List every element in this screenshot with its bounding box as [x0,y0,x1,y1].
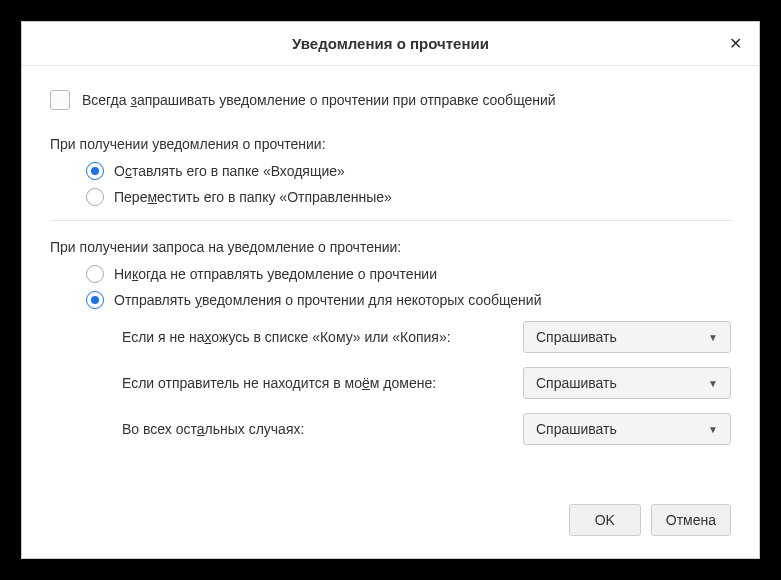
dialog: Уведомления о прочтении ✕ Всегда запраши… [21,21,760,559]
chevron-down-icon: ▼ [708,332,718,343]
chevron-down-icon: ▼ [708,378,718,389]
radio-never-send-label[interactable]: Никогда не отправлять уведомление о проч… [114,266,437,282]
dropdown-not-in-to-cc[interactable]: Спрашивать ▼ [523,321,731,353]
radio-leave-inbox[interactable] [86,162,104,180]
always-request-checkbox[interactable] [50,90,70,110]
radio-row-move-sent: Переместить его в папку «Отправленные» [86,188,731,206]
sub-row-not-in-to-cc: Если я не нахожусь в списке «Кому» или «… [122,321,731,353]
section-receiving-receipt-label: При получении уведомления о прочтении: [50,136,731,152]
dropdown-value: Спрашивать [536,375,617,391]
ok-button[interactable]: OK [569,504,641,536]
sub-label-all-other: Во всех остальных случаях: [122,421,509,437]
sub-label-not-my-domain: Если отправитель не находится в моём дом… [122,375,509,391]
chevron-down-icon: ▼ [708,424,718,435]
sub-label-not-in-to-cc: Если я не нахожусь в списке «Кому» или «… [122,329,509,345]
footer: OK Отмена [22,488,759,558]
dropdown-all-other[interactable]: Спрашивать ▼ [523,413,731,445]
titlebar: Уведомления о прочтении ✕ [22,22,759,66]
section-request-receipt-label: При получении запроса на уведомление о п… [50,239,731,255]
radio-row-never-send: Никогда не отправлять уведомление о проч… [86,265,731,283]
radio-send-some-label[interactable]: Отправлять уведомления о прочтении для н… [114,292,542,308]
always-request-row: Всегда запрашивать уведомление о прочтен… [50,90,731,110]
dropdown-not-my-domain[interactable]: Спрашивать ▼ [523,367,731,399]
sub-row-all-other: Во всех остальных случаях: Спрашивать ▼ [122,413,731,445]
content-area: Всегда запрашивать уведомление о прочтен… [22,66,759,488]
cancel-button[interactable]: Отмена [651,504,731,536]
radio-row-send-some: Отправлять уведомления о прочтении для н… [86,291,731,309]
dropdown-value: Спрашивать [536,421,617,437]
radio-group-receiving: Оставлять его в папке «Входящие» Перемес… [50,162,731,206]
sub-options: Если я не нахожусь в списке «Кому» или «… [50,321,731,445]
radio-move-sent[interactable] [86,188,104,206]
radio-send-some[interactable] [86,291,104,309]
always-request-label[interactable]: Всегда запрашивать уведомление о прочтен… [82,92,556,108]
dialog-title: Уведомления о прочтении [292,35,489,52]
dropdown-value: Спрашивать [536,329,617,345]
radio-never-send[interactable] [86,265,104,283]
radio-row-leave-inbox: Оставлять его в папке «Входящие» [86,162,731,180]
close-icon: ✕ [729,34,742,53]
radio-leave-inbox-label[interactable]: Оставлять его в папке «Входящие» [114,163,345,179]
radio-group-request: Никогда не отправлять уведомление о проч… [50,265,731,309]
close-button[interactable]: ✕ [723,32,747,56]
radio-move-sent-label[interactable]: Переместить его в папку «Отправленные» [114,189,392,205]
sub-row-not-my-domain: Если отправитель не находится в моём дом… [122,367,731,399]
divider [50,220,731,221]
